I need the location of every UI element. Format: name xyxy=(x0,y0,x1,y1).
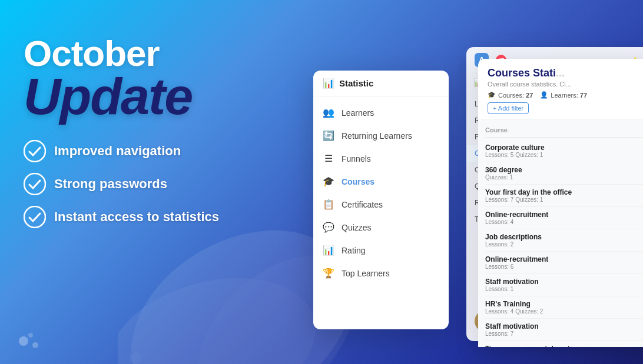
add-filter-button[interactable]: + Add filter xyxy=(488,102,529,114)
course-name: Corporate culture xyxy=(485,143,643,152)
course-meta: Lessons: 7 xyxy=(485,330,643,337)
certificates-icon: 📋 xyxy=(323,199,334,210)
courses-count: Courses: 27 xyxy=(498,92,533,99)
top-learners-icon: 🏆 xyxy=(323,268,334,279)
course-meta: Quizzes: 1 xyxy=(485,174,643,181)
check-icon-stats xyxy=(24,206,46,228)
title-update: Update xyxy=(24,72,219,121)
sidebar-nav: 👥 Learners 🔄 Returning Learners ☰ Funnel… xyxy=(313,96,449,289)
course-name: Staff motivation xyxy=(485,322,643,330)
sidebar-item-returning[interactable]: 🔄 Returning Learners xyxy=(313,124,449,147)
svg-point-3 xyxy=(130,352,141,364)
deco-circles xyxy=(18,315,65,352)
table-row: Online-recruitment Lessons: 4 xyxy=(485,207,643,229)
sidebar-item-rating[interactable]: 📊 Rating xyxy=(313,239,449,262)
sidebar-label-quizzes: Quizzes xyxy=(342,223,372,232)
course-name: Your first day in the office xyxy=(485,188,643,196)
sidebar-item-learners[interactable]: 👥 Learners xyxy=(313,101,449,124)
data-panel-title: Courses Stati... xyxy=(488,67,643,79)
course-meta: Lessons: 7 Quizzes: 1 xyxy=(485,196,643,203)
table-row: 360 degree Quizzes: 1 xyxy=(485,162,643,185)
sidebar-header: 📊 Statistic xyxy=(313,71,449,96)
course-meta: Lessons: 5 Quizzes: 1 xyxy=(485,152,643,158)
svg-point-12 xyxy=(32,342,38,348)
table-header: Course xyxy=(485,124,643,138)
quizzes-icon: 💬 xyxy=(323,222,334,233)
learners-icon: 👥 xyxy=(323,107,334,118)
sidebar-label-funnels: Funnels xyxy=(342,154,371,163)
course-meta: Lessons: 4 xyxy=(485,219,643,225)
returning-icon: 🔄 xyxy=(323,130,334,141)
sidebar-label-courses: Courses xyxy=(342,177,374,186)
funnels-icon: ☰ xyxy=(323,153,334,164)
sidebar-item-courses[interactable]: 🎓 Courses xyxy=(313,170,449,193)
table-row: Your first day in the office Lessons: 7 … xyxy=(485,185,643,207)
course-name: Time management: how to... xyxy=(485,345,643,347)
courses-icon-small: 🎓 xyxy=(488,91,496,99)
learners-icon-small: 👤 xyxy=(540,91,548,99)
sidebar-item-top-learners[interactable]: 🏆 Top Learners xyxy=(313,262,449,285)
table-row: Time management: how to... Lessons: 7 Qu… xyxy=(485,341,643,347)
data-panel-header: Courses Stati... Overall course statisti… xyxy=(478,59,643,119)
svg-point-6 xyxy=(24,141,45,162)
sidebar-item-quizzes[interactable]: 💬 Quizzes xyxy=(313,216,449,239)
sidebar-label-top-learners: Top Learners xyxy=(342,269,390,278)
courses-count-badge: 🎓 Courses: 27 xyxy=(488,91,533,99)
svg-point-11 xyxy=(19,336,28,346)
course-meta: Lessons: 4 Quizzes: 2 xyxy=(485,308,643,315)
data-panel-stats: 🎓 Courses: 27 👤 Learners: 77 xyxy=(488,91,643,99)
svg-point-7 xyxy=(24,173,45,195)
feature-label-pwd: Strong passwords xyxy=(54,176,167,192)
feature-item-stats: Instant access to statistics xyxy=(24,206,219,228)
course-name: HR's Training xyxy=(485,300,643,308)
table-row: Staff motivation Lessons: 7 xyxy=(485,319,643,341)
sidebar-label-certificates: Certificates xyxy=(342,200,383,209)
sidebar-stat-icon: 📊 xyxy=(323,78,334,89)
sidebar-item-certificates[interactable]: 📋 Certificates xyxy=(313,193,449,216)
title-october: October xyxy=(24,35,219,72)
feature-label-nav: Improved navigation xyxy=(54,143,181,159)
sidebar-label-returning: Returning Learners xyxy=(342,131,412,141)
hero-section: October Update Improved navigation Stron… xyxy=(24,35,219,228)
data-panel-table: Course Corporate culture Lessons: 5 Quiz… xyxy=(478,119,643,347)
table-row: Staff motivation Lessons: 1 xyxy=(485,274,643,296)
table-row: Corporate culture Lessons: 5 Quizzes: 1 xyxy=(485,140,643,162)
sidebar-label-learners: Learners xyxy=(342,108,374,118)
feature-label-stats: Instant access to statistics xyxy=(54,209,219,225)
table-row: Job descriptions Lessons: 2 xyxy=(485,229,643,252)
ui-mockup: A 47 ⭐ › 📊 Statistic Learners Returning … xyxy=(313,0,643,364)
check-icon-pwd xyxy=(24,173,46,195)
data-panel-subtitle: Overall course statistics. Cl... xyxy=(488,81,643,88)
learners-count-badge: 👤 Learners: 77 xyxy=(540,91,587,99)
course-meta: Lessons: 1 xyxy=(485,286,643,292)
table-row: Online-recruitment Lessons: 6 xyxy=(485,252,643,274)
course-name: Staff motivation xyxy=(485,278,643,286)
sidebar-panel: 📊 Statistic 👥 Learners 🔄 Returning Learn… xyxy=(313,71,449,329)
sidebar-item-funnels[interactable]: ☰ Funnels xyxy=(313,147,449,170)
feature-item-pwd: Strong passwords xyxy=(24,173,219,195)
check-icon-nav xyxy=(24,140,46,162)
course-name: Online-recruitment xyxy=(485,255,643,263)
course-name: Job descriptions xyxy=(485,233,643,241)
sidebar-title: Statistic xyxy=(339,78,373,88)
svg-point-13 xyxy=(28,333,33,338)
feature-list: Improved navigation Strong passwords Ins… xyxy=(24,140,219,228)
sidebar-label-rating: Rating xyxy=(342,246,365,255)
course-meta: Lessons: 2 xyxy=(485,241,643,248)
data-panel: Courses Stati... Overall course statisti… xyxy=(478,59,643,347)
learners-count: Learners: 77 xyxy=(551,92,587,99)
course-name: Online-recruitment xyxy=(485,211,643,219)
table-row: HR's Training Lessons: 4 Quizzes: 2 xyxy=(485,296,643,319)
rating-icon: 📊 xyxy=(323,245,334,256)
courses-icon: 🎓 xyxy=(323,176,334,187)
feature-item-nav: Improved navigation xyxy=(24,140,219,162)
svg-point-8 xyxy=(24,206,45,228)
course-meta: Lessons: 6 xyxy=(485,263,643,270)
course-name: 360 degree xyxy=(485,166,643,174)
